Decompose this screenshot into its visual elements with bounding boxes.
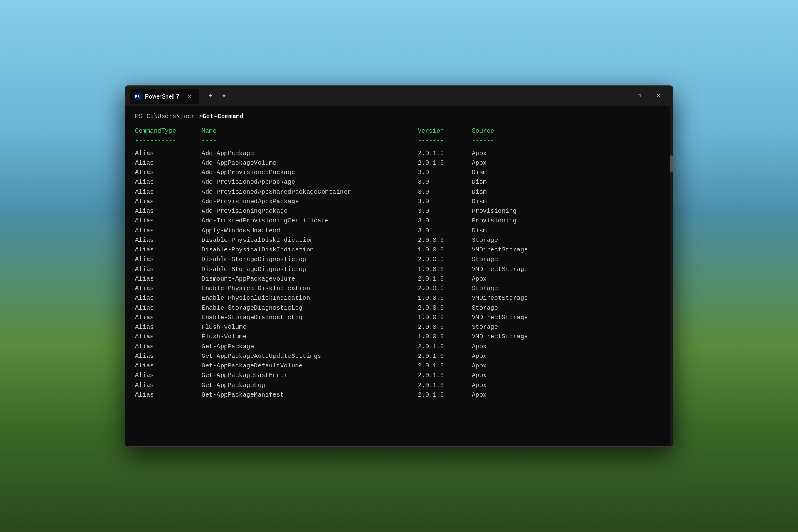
table-row: AliasGet-AppPackageAutoUpdateSettings2.0…: [135, 352, 663, 361]
prompt-command: Get-Command: [202, 112, 244, 122]
table-row: AliasFlush-Volume1.0.0.0VMDirectStorage: [135, 332, 663, 342]
table-header: CommandType Name Version Source: [135, 127, 663, 136]
cell-commandtype: Alias: [135, 265, 202, 274]
table-row: AliasEnable-StorageDiagnosticLog2.0.0.0S…: [135, 303, 663, 313]
cell-version: 2.0.1.0: [418, 274, 472, 284]
table-row: AliasDisable-PhysicalDiskIndication2.0.0…: [135, 236, 663, 245]
cell-source: Appx: [472, 149, 555, 158]
minimize-button[interactable]: —: [611, 89, 630, 102]
cell-source: Appx: [472, 371, 555, 380]
table-row: AliasAdd-ProvisionedAppSharedPackageCont…: [135, 187, 663, 197]
cell-commandtype: Alias: [135, 216, 202, 226]
cell-version: 1.0.0.0: [418, 293, 472, 303]
table-row: AliasAdd-TrustedProvisioningCertificate3…: [135, 216, 663, 226]
cell-name: Get-AppPackageManifest: [202, 390, 418, 400]
cell-name: Disable-StorageDiagnosticLog: [202, 265, 418, 274]
cell-commandtype: Alias: [135, 187, 202, 197]
cell-version: 2.0.0.0: [418, 255, 472, 264]
table-row: AliasDisable-StorageDiagnosticLog2.0.0.0…: [135, 255, 663, 264]
cell-source: Appx: [472, 274, 555, 284]
table-row: AliasEnable-PhysicalDiskIndication2.0.0.…: [135, 284, 663, 293]
dropdown-button[interactable]: ▾: [220, 91, 228, 101]
svg-text:PS: PS: [135, 95, 140, 99]
cell-version: 3.0: [418, 207, 472, 216]
cell-name: Disable-PhysicalDiskIndication: [202, 236, 418, 245]
cell-source: Storage: [472, 236, 555, 245]
cell-commandtype: Alias: [135, 361, 202, 371]
cell-name: Add-ProvisionedAppPackage: [202, 177, 418, 187]
table-row: AliasAdd-AppPackageVolume2.0.1.0Appx: [135, 158, 663, 168]
cell-name: Enable-StorageDiagnosticLog: [202, 313, 418, 323]
cell-commandtype: Alias: [135, 168, 202, 177]
cell-name: Get-AppPackageLog: [202, 381, 418, 390]
cell-version: 2.0.0.0: [418, 303, 472, 313]
cell-source: Dism: [472, 226, 555, 236]
cell-name: Add-ProvisionedAppSharedPackageContainer: [202, 187, 418, 197]
cell-source: Provisioning: [472, 207, 555, 216]
cell-commandtype: Alias: [135, 381, 202, 390]
maximize-button[interactable]: □: [630, 89, 649, 102]
cell-version: 1.0.0.0: [418, 265, 472, 274]
table-row: AliasFlush-Volume2.0.0.0Storage: [135, 323, 663, 332]
close-button[interactable]: ✕: [649, 89, 668, 102]
underline-commandtype: -----------: [135, 137, 202, 146]
cell-name: Flush-Volume: [202, 332, 418, 342]
powershell-icon: PS: [134, 93, 142, 100]
cell-commandtype: Alias: [135, 313, 202, 323]
cell-commandtype: Alias: [135, 226, 202, 236]
cell-commandtype: Alias: [135, 255, 202, 264]
cell-name: Disable-StorageDiagnosticLog: [202, 255, 418, 264]
cell-name: Get-AppPackageAutoUpdateSettings: [202, 352, 418, 361]
table-row: AliasAdd-ProvisionedAppxPackage3.0Dism: [135, 197, 663, 207]
header-underlines: ----------- ---- ------- ------: [135, 137, 663, 146]
cell-version: 2.0.1.0: [418, 371, 472, 380]
cell-commandtype: Alias: [135, 197, 202, 207]
cell-version: 2.0.1.0: [418, 149, 472, 158]
cell-version: 3.0: [418, 216, 472, 226]
table-row: AliasGet-AppPackageManifest2.0.1.0Appx: [135, 390, 663, 400]
cell-source: Dism: [472, 197, 555, 207]
cell-name: Enable-PhysicalDiskIndication: [202, 293, 418, 303]
table-row: AliasGet-AppPackage2.0.1.0Appx: [135, 342, 663, 352]
cell-commandtype: Alias: [135, 177, 202, 187]
cell-name: Add-ProvisionedAppxPackage: [202, 197, 418, 207]
cell-source: Appx: [472, 352, 555, 361]
cell-source: Dism: [472, 168, 555, 177]
cell-commandtype: Alias: [135, 284, 202, 293]
cell-source: VMDirectStorage: [472, 265, 555, 274]
active-tab[interactable]: PS PowerShell 7 ✕: [130, 89, 200, 104]
cell-source: Appx: [472, 361, 555, 371]
cell-source: Storage: [472, 255, 555, 264]
cell-commandtype: Alias: [135, 342, 202, 352]
cell-name: Enable-PhysicalDiskIndication: [202, 284, 418, 293]
cell-version: 1.0.0.0: [418, 245, 472, 255]
cell-commandtype: Alias: [135, 274, 202, 284]
cell-name: Flush-Volume: [202, 323, 418, 332]
cell-commandtype: Alias: [135, 371, 202, 380]
underline-name: ----: [202, 137, 418, 146]
scrollbar-thumb[interactable]: [670, 155, 673, 172]
cell-commandtype: Alias: [135, 323, 202, 332]
cell-source: Appx: [472, 381, 555, 390]
new-tab-button[interactable]: +: [206, 91, 215, 100]
cell-name: Enable-StorageDiagnosticLog: [202, 303, 418, 313]
cell-version: 3.0: [418, 177, 472, 187]
cell-version: 1.0.0.0: [418, 332, 472, 342]
cell-name: Add-AppPackage: [202, 149, 418, 158]
cell-name: Add-AppProvisionedPackage: [202, 168, 418, 177]
tab-close-button[interactable]: ✕: [186, 93, 193, 100]
table-row: AliasApply-WindowsUnattend3.0Dism: [135, 226, 663, 236]
cell-name: Dismount-AppPackageVolume: [202, 274, 418, 284]
table-row: AliasAdd-ProvisionedAppPackage3.0Dism: [135, 177, 663, 187]
cell-source: Appx: [472, 390, 555, 400]
table-row: AliasGet-AppPackageLastError2.0.1.0Appx: [135, 371, 663, 380]
cell-name: Apply-WindowsUnattend: [202, 226, 418, 236]
cell-commandtype: Alias: [135, 390, 202, 400]
scrollbar-track[interactable]: [670, 106, 673, 446]
cell-name: Add-AppPackageVolume: [202, 158, 418, 168]
cell-commandtype: Alias: [135, 352, 202, 361]
terminal-body[interactable]: PS C:\Users\joeri> Get-Command CommandTy…: [125, 106, 673, 446]
table-row: AliasEnable-StorageDiagnosticLog1.0.0.0V…: [135, 313, 663, 323]
cell-source: VMDirectStorage: [472, 313, 555, 323]
cell-version: 2.0.1.0: [418, 342, 472, 352]
